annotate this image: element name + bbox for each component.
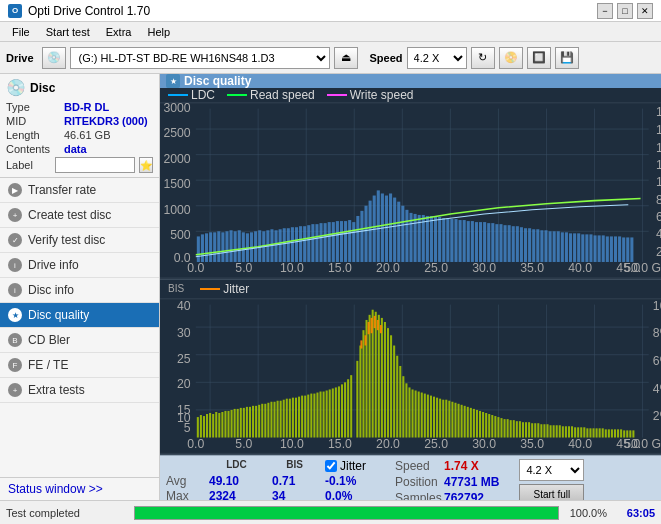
- svg-rect-229: [323, 391, 325, 437]
- svg-text:500: 500: [170, 228, 191, 242]
- svg-rect-84: [364, 206, 367, 262]
- svg-rect-233: [335, 387, 337, 437]
- disc-mid-label: MID: [6, 115, 64, 127]
- svg-rect-78: [340, 221, 343, 262]
- svg-rect-333: [371, 318, 373, 333]
- svg-rect-48: [217, 231, 220, 262]
- svg-text:0.0: 0.0: [187, 261, 204, 275]
- stats-area: LDC BIS Jitter Avg 49.10 0.71 -0.1% Max: [160, 455, 661, 500]
- svg-rect-234: [338, 386, 340, 437]
- nav-extra-tests[interactable]: + Extra tests: [0, 378, 159, 403]
- nav-disc-info[interactable]: i Disc info: [0, 278, 159, 303]
- drive-select[interactable]: (G:) HL-DT-ST BD-RE WH16NS48 1.D3: [70, 47, 330, 69]
- svg-rect-146: [618, 236, 621, 262]
- svg-rect-148: [626, 237, 629, 262]
- max-bis: 34: [272, 489, 317, 500]
- write-color-swatch: [327, 94, 347, 96]
- svg-rect-332: [368, 322, 370, 334]
- svg-rect-237: [347, 379, 349, 437]
- svg-rect-274: [464, 406, 466, 438]
- svg-rect-206: [252, 406, 254, 438]
- position-value: 47731 MB: [444, 475, 499, 489]
- refresh-btn[interactable]: ↻: [471, 47, 495, 69]
- svg-rect-102: [438, 217, 441, 262]
- nav-create-test-disc[interactable]: + Create test disc: [0, 203, 159, 228]
- jitter-color-swatch: [200, 288, 220, 290]
- nav-transfer-rate[interactable]: ▶ Transfer rate: [0, 178, 159, 203]
- label-browse-btn[interactable]: ⭐: [139, 157, 153, 173]
- svg-rect-198: [227, 411, 229, 438]
- svg-rect-143: [606, 236, 609, 262]
- svg-rect-220: [295, 397, 297, 437]
- nav-drive-info[interactable]: i Drive info: [0, 253, 159, 278]
- jitter-check[interactable]: Jitter: [325, 459, 366, 473]
- drive-icon-btn[interactable]: 💿: [42, 47, 66, 69]
- read-color-swatch: [227, 94, 247, 96]
- svg-rect-285: [497, 417, 499, 437]
- menu-file[interactable]: File: [4, 22, 38, 42]
- svg-rect-118: [504, 225, 507, 262]
- disc-contents-row: Contents data: [6, 143, 153, 155]
- main-area: 💿 Disc Type BD-R DL MID RITEKDR3 (000) L…: [0, 74, 661, 500]
- bottom-legend: BIS Jitter: [160, 280, 661, 298]
- jitter-checkbox[interactable]: [325, 460, 337, 472]
- disc-btn[interactable]: 📀: [499, 47, 523, 69]
- nav-verify-test-disc[interactable]: ✓ Verify test disc: [0, 228, 159, 253]
- maximize-button[interactable]: □: [617, 3, 633, 19]
- svg-rect-135: [573, 233, 576, 262]
- svg-rect-240: [359, 345, 361, 437]
- menu-start-test[interactable]: Start test: [38, 22, 98, 42]
- svg-rect-295: [528, 422, 530, 437]
- svg-rect-325: [620, 429, 622, 437]
- svg-rect-308: [568, 426, 570, 437]
- speed-select-stats[interactable]: 4.2 X: [519, 459, 584, 481]
- minimize-button[interactable]: −: [597, 3, 613, 19]
- nav-disc-quality[interactable]: ★ Disc quality: [0, 303, 159, 328]
- svg-rect-136: [577, 233, 580, 262]
- bottom-chart: 40 30 25 20 15 10 5 10% 8% 6% 4% 2%: [160, 298, 661, 455]
- disc-section-title: Disc: [30, 81, 55, 95]
- status-window-button[interactable]: Status window >>: [0, 477, 159, 500]
- svg-rect-252: [396, 356, 398, 438]
- svg-rect-236: [344, 382, 346, 437]
- svg-rect-69: [303, 226, 306, 262]
- media-btn[interactable]: 🔲: [527, 47, 551, 69]
- svg-rect-265: [436, 397, 438, 437]
- save-btn[interactable]: 💾: [555, 47, 579, 69]
- svg-rect-304: [556, 425, 558, 437]
- menu-extra[interactable]: Extra: [98, 22, 140, 42]
- svg-rect-51: [230, 230, 233, 262]
- svg-rect-215: [280, 401, 282, 438]
- bis-header: BIS: [272, 459, 317, 473]
- nav-cd-bler[interactable]: B CD Bler: [0, 328, 159, 353]
- start-full-button[interactable]: Start full: [519, 484, 584, 500]
- svg-rect-92: [397, 202, 400, 262]
- close-button[interactable]: ✕: [637, 3, 653, 19]
- svg-text:5.0: 5.0: [235, 261, 252, 275]
- menubar: File Start test Extra Help: [0, 22, 661, 42]
- svg-rect-246: [378, 315, 380, 438]
- svg-rect-85: [369, 201, 372, 262]
- svg-rect-279: [479, 411, 481, 438]
- svg-text:30: 30: [177, 326, 191, 340]
- menu-help[interactable]: Help: [139, 22, 178, 42]
- chart-header-icon: ★: [166, 74, 180, 88]
- status-text: Test completed: [6, 507, 126, 519]
- svg-rect-128: [544, 230, 547, 262]
- svg-text:8%: 8%: [653, 326, 661, 340]
- svg-rect-336: [380, 325, 382, 333]
- svg-rect-319: [602, 428, 604, 437]
- svg-rect-324: [617, 429, 619, 437]
- stats-empty: [166, 459, 201, 473]
- nav-fe-te[interactable]: F FE / TE: [0, 353, 159, 378]
- drive-info-icon: i: [8, 258, 22, 272]
- svg-rect-271: [454, 403, 456, 438]
- eject-btn[interactable]: ⏏: [334, 47, 358, 69]
- extra-tests-icon: +: [8, 383, 22, 397]
- disc-label-input[interactable]: [55, 157, 135, 173]
- legend-jitter-label: Jitter: [223, 282, 249, 296]
- svg-rect-132: [561, 232, 564, 262]
- svg-rect-195: [218, 413, 220, 438]
- svg-rect-249: [387, 328, 389, 437]
- speed-select[interactable]: 4.2 X: [407, 47, 467, 69]
